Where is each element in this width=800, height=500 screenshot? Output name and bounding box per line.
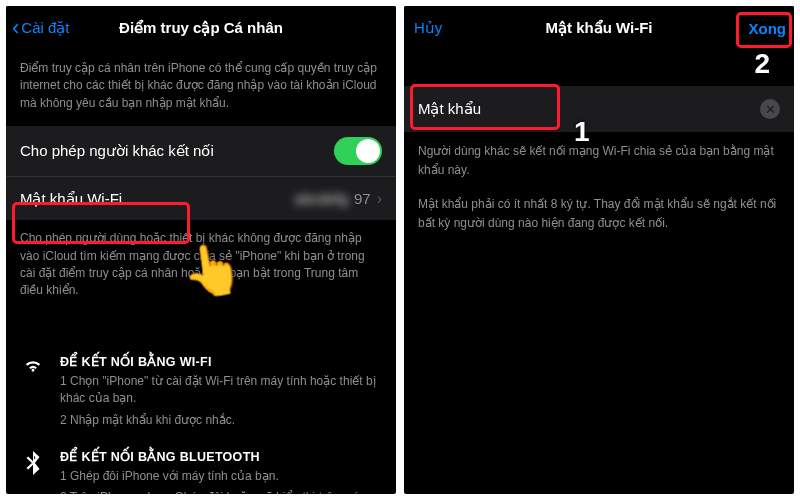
bt-step-2: 2 Trên iPhone, chạm Ghép đôi hoặc mã hiể… [60,489,382,494]
bt-step-1: 1 Ghép đôi iPhone với máy tính của bạn. [60,468,382,485]
screen-personal-hotspot: ‹ Cài đặt Điểm truy cập Cá nhân Điểm tru… [6,6,396,494]
page-title: Điểm truy cập Cá nhân [119,19,283,37]
bt-section-title: ĐỂ KẾT NỐI BẰNG BLUETOOTH [60,449,382,464]
toggle-on[interactable] [334,137,382,165]
footer-text: Cho phép người dùng hoặc thiết bị khác k… [6,220,396,314]
password-field-label: Mật khẩu [418,100,481,118]
chevron-left-icon: ‹ [12,17,19,39]
intro-text: Điểm truy cập cá nhân trên iPhone có thể… [6,50,396,126]
settings-group: Cho phép người khác kết nối Mật khẩu Wi-… [6,126,396,220]
wifi-section-title: ĐỂ KẾT NỐI BẰNG WI-FI [60,354,382,369]
password-input-row[interactable]: Mật khẩu ✕ [404,86,794,132]
done-button[interactable]: Xong [749,20,787,37]
password-obscured: abcdefg [295,190,348,207]
back-label: Cài đặt [21,19,69,37]
allow-label: Cho phép người khác kết nối [20,142,214,160]
back-button[interactable]: ‹ Cài đặt [12,17,70,39]
bluetooth-icon [20,449,46,494]
hint-2: Mật khẩu phải có ít nhất 8 ký tự. Thay đ… [404,185,794,238]
wifi-step-2: 2 Nhập mật khẩu khi được nhắc. [60,412,382,429]
wifi-pw-value: abcdefg97 › [295,190,382,208]
cancel-button[interactable]: Hủy [414,19,442,37]
wifi-icon [20,354,46,433]
page-title: Mật khẩu Wi-Fi [545,19,652,37]
cell-wifi-password[interactable]: Mật khẩu Wi-Fi abcdefg97 › [6,176,396,220]
instructions: ĐỂ KẾT NỐI BẰNG WI-FI 1 Chọn "iPhone" từ… [6,346,396,494]
bluetooth-instructions: ĐỂ KẾT NỐI BẰNG BLUETOOTH 1 Ghép đôi iPh… [6,441,396,494]
navbar: Hủy Mật khẩu Wi-Fi Xong [404,6,794,50]
wifi-instructions: ĐỂ KẾT NỐI BẰNG WI-FI 1 Chọn "iPhone" từ… [6,346,396,441]
screen-wifi-password: Hủy Mật khẩu Wi-Fi Xong Mật khẩu ✕ Người… [404,6,794,494]
hint-1: Người dùng khác sẽ kết nối mạng Wi-Fi ch… [404,132,794,185]
wifi-pw-label: Mật khẩu Wi-Fi [20,190,122,208]
wifi-step-1: 1 Chọn "iPhone" từ cài đặt Wi-Fi trên má… [60,373,382,408]
cell-allow-others[interactable]: Cho phép người khác kết nối [6,126,396,176]
chevron-right-icon: › [377,190,382,208]
annotation-number-2: 2 [754,48,770,80]
clear-icon[interactable]: ✕ [760,99,780,119]
navbar: ‹ Cài đặt Điểm truy cập Cá nhân [6,6,396,50]
